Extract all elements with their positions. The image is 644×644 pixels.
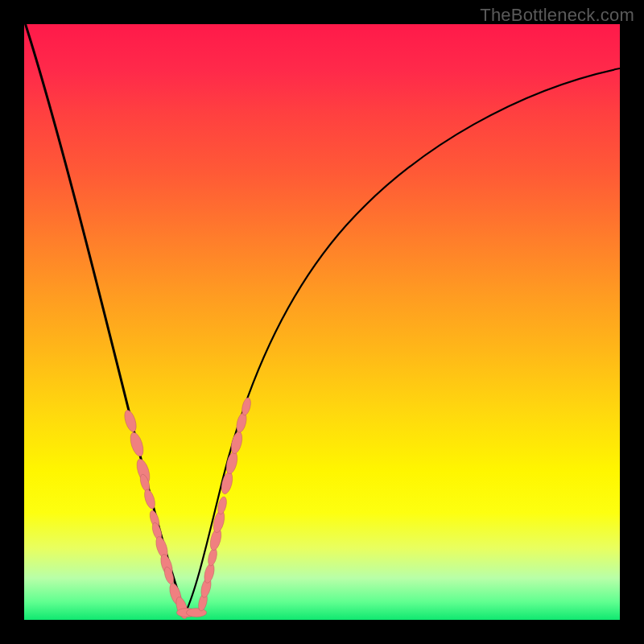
data-point (122, 409, 138, 433)
data-points-group (122, 397, 252, 620)
chart-area (24, 24, 620, 620)
chart-svg (24, 24, 620, 620)
data-point (128, 431, 146, 457)
right-branch-curve (185, 68, 620, 613)
watermark-text: TheBottleneck.com (480, 5, 634, 26)
left-branch-curve (24, 24, 185, 613)
data-point (229, 431, 244, 455)
data-point (142, 488, 157, 510)
